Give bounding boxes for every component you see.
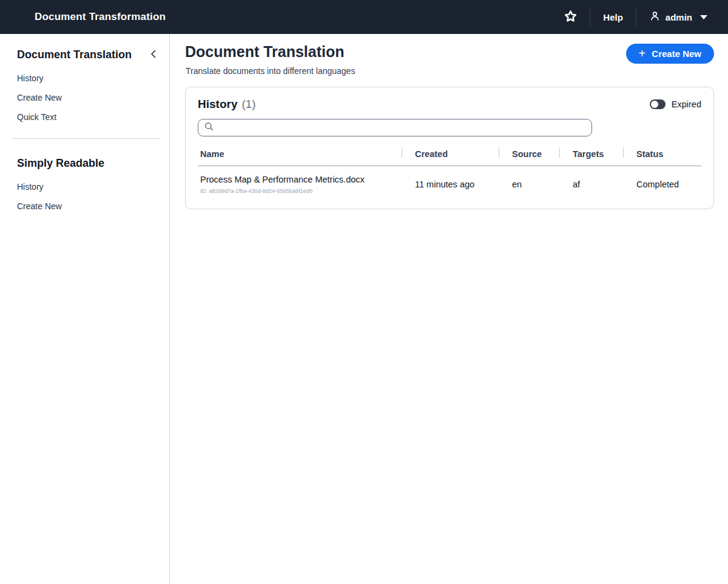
- star-half-icon: [564, 10, 577, 24]
- user-name-label: admin: [666, 12, 692, 22]
- app-root: Document Transformation Help: [0, 0, 728, 584]
- history-card-header: History(1) Expired: [198, 98, 701, 111]
- toggle-knob: [651, 101, 658, 108]
- header-row: Name Created Source Targets Status: [198, 146, 701, 166]
- sidebar-section-header: Document Translation: [17, 49, 161, 61]
- cell-targets: af: [559, 166, 623, 202]
- expired-toggle[interactable]: Expired: [650, 99, 701, 109]
- user-menu[interactable]: admin: [649, 10, 707, 24]
- sidebar-item-create-new[interactable]: Create New: [17, 93, 161, 102]
- history-table: Name Created Source Targets Status Proce…: [198, 146, 701, 201]
- page-subtitle: Translate documents into different langu…: [186, 66, 355, 76]
- column-header-created: Created: [402, 146, 499, 166]
- create-new-button-label: Create New: [652, 49, 701, 59]
- user-icon: [649, 10, 661, 24]
- cell-source: en: [499, 166, 559, 202]
- expired-toggle-label: Expired: [672, 99, 701, 109]
- sidebar: Document Translation History Create New …: [0, 34, 170, 584]
- document-name: Process Map & Performance Metrics.docx: [200, 175, 402, 184]
- main-content: Document Translation Translate documents…: [170, 34, 728, 584]
- topbar: Document Transformation Help: [0, 0, 728, 34]
- sidebar-item-history[interactable]: History: [17, 73, 161, 83]
- topbar-actions: Help admin: [564, 8, 707, 26]
- create-new-button[interactable]: + Create New: [626, 44, 714, 64]
- document-id: ID: a8269d7a-1fba-430d-8d24-6565babf1ed0: [200, 188, 402, 194]
- column-header-status: Status: [623, 146, 701, 166]
- cell-status: Completed: [623, 166, 701, 202]
- sidebar-item-quick-text[interactable]: Quick Text: [17, 112, 161, 122]
- column-header-name: Name: [198, 146, 402, 166]
- topbar-divider: [590, 8, 590, 26]
- cell-created: 11 minutes ago: [402, 166, 499, 202]
- page-header: Document Translation Translate documents…: [185, 42, 714, 76]
- sidebar-collapse-button[interactable]: [149, 49, 161, 61]
- plus-icon: +: [639, 47, 646, 59]
- sidebar-item-history[interactable]: History: [17, 182, 161, 192]
- favorite-button[interactable]: [564, 10, 577, 24]
- cell-name: Process Map & Performance Metrics.docx I…: [198, 166, 402, 202]
- sidebar-section-simply-readable: Simply Readable History Create New: [17, 157, 161, 211]
- help-link[interactable]: Help: [603, 12, 623, 22]
- search-input[interactable]: [218, 123, 585, 133]
- column-header-source: Source: [499, 146, 559, 166]
- page-title: Document Translation: [185, 42, 355, 61]
- column-header-targets: Targets: [559, 146, 623, 166]
- table-row[interactable]: Process Map & Performance Metrics.docx I…: [198, 166, 701, 202]
- history-title: History: [198, 98, 237, 110]
- caret-down-icon: [700, 15, 707, 19]
- app-title: Document Transformation: [35, 11, 166, 23]
- search-box[interactable]: [198, 119, 592, 136]
- sidebar-section-title: Document Translation: [17, 49, 132, 61]
- page-layout: Document Translation History Create New …: [0, 34, 728, 584]
- sidebar-divider: [12, 138, 161, 139]
- sidebar-section-title: Simply Readable: [17, 157, 104, 170]
- chevron-left-icon: [149, 52, 157, 61]
- sidebar-section-document-translation: Document Translation History Create New …: [17, 49, 161, 122]
- search-icon: [204, 122, 214, 133]
- history-table-body: Process Map & Performance Metrics.docx I…: [198, 166, 701, 202]
- history-table-head: Name Created Source Targets Status: [198, 146, 701, 166]
- topbar-divider: [636, 8, 636, 26]
- history-count: (1): [241, 98, 255, 110]
- sidebar-section-header: Simply Readable: [17, 157, 161, 170]
- history-card: History(1) Expired: [185, 87, 714, 209]
- history-card-title: History(1): [198, 98, 256, 111]
- sidebar-item-create-new[interactable]: Create New: [17, 201, 161, 211]
- toggle-switch[interactable]: [650, 99, 666, 109]
- page-header-text: Document Translation Translate documents…: [185, 42, 355, 76]
